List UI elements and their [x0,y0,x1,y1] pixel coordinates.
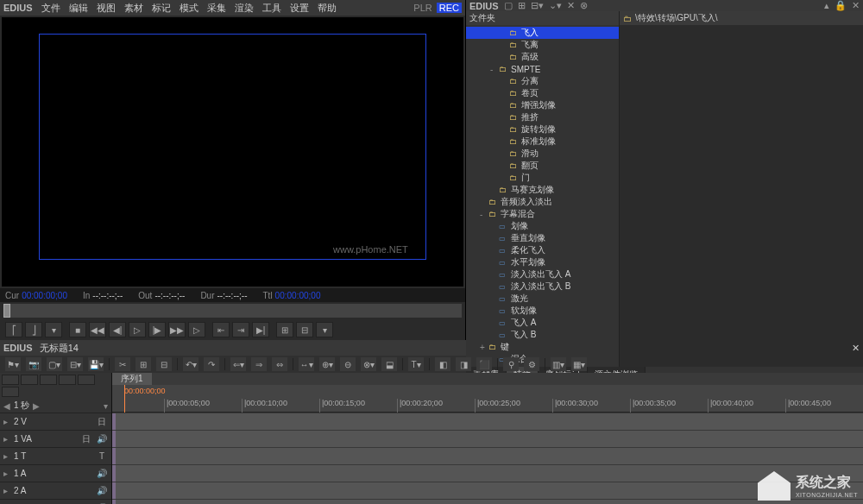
menu-标记[interactable]: 标记 [152,3,171,13]
scrub-handle[interactable] [3,304,10,318]
tree-item[interactable]: -🗀SMPTE [466,63,619,75]
menu-采集[interactable]: 采集 [207,3,226,13]
track-toggle-icon[interactable]: 🔊 [96,486,108,495]
toolbar-btn[interactable]: ↷ [204,357,219,371]
tree-item[interactable]: 🗀飞离 [466,39,619,51]
tree-icon[interactable]: ⊟▾ [531,0,544,11]
mode-rec[interactable]: REC [437,3,462,13]
toolbar-btn[interactable]: ⊖ [340,357,356,371]
toolbar-btn[interactable]: ▢▾ [47,357,62,371]
ctrl-btn[interactable] [78,375,95,385]
track-header-row[interactable]: ▸2 A🔊 [0,482,111,499]
menu-编辑[interactable]: 编辑 [69,3,88,13]
scale-right-icon[interactable]: ▶ [33,401,40,411]
menu-文件[interactable]: 文件 [41,3,60,13]
scrub-bar[interactable] [3,304,462,318]
toolbar-btn[interactable]: ▥▾ [551,357,566,371]
track-header-row[interactable]: ▸1 VA日🔊 [0,430,111,447]
toolbar-btn[interactable]: ⚲ [503,357,519,371]
overwrite-icon[interactable]: ⊟ [296,322,313,337]
toolbar-btn[interactable]: ⊞ [135,357,151,371]
tree-item[interactable]: 🗀旋转划像 [466,123,619,135]
toolbar-btn[interactable]: ◧ [435,357,450,371]
tree-item[interactable]: ▭激光 [466,293,619,305]
track-header-row[interactable]: ▸2 V日 [0,413,111,430]
expand-icon[interactable]: ▸ [3,417,10,426]
menu-设置[interactable]: 设置 [290,3,309,13]
toolbar-btn[interactable]: ⬓ [381,357,397,371]
tree-item[interactable]: 🗀增强划像 [466,99,619,111]
tree-item[interactable]: +🗀键 [466,341,619,353]
tree-item[interactable]: 🗀飞入 [466,27,619,39]
rewind-icon[interactable]: ◀◀ [89,322,106,337]
menu-模式[interactable]: 模式 [180,3,198,13]
toolbar-btn[interactable]: ⊕▾ [319,357,335,371]
tree-item[interactable]: 🗀马赛克划像 [466,184,619,196]
step-fwd-icon[interactable]: |▶ [148,322,166,337]
track-header-row[interactable]: ▸1 A🔊 [0,464,111,482]
tool-icon[interactable]: ⌄▾ [549,0,562,11]
set-in-icon[interactable]: ⎡ [5,322,22,337]
ctrl-btn[interactable] [21,375,38,385]
menu-帮助[interactable]: 帮助 [318,3,337,13]
toolbar-btn[interactable]: ⊟▾ [67,357,83,371]
menu-工具[interactable]: 工具 [262,3,281,13]
toolbar-btn[interactable]: 📷 [26,357,41,371]
more-icon[interactable]: ▾ [316,322,333,337]
tree-item[interactable]: 🗀标准划像 [466,135,619,148]
toolbar-btn[interactable]: ↶▾ [183,357,198,371]
track-toggle-icon[interactable]: T [96,451,108,461]
close-icon[interactable]: ✕ [852,0,860,11]
toolbar-btn[interactable]: ⇒ [251,357,267,371]
ffwd-icon[interactable]: ▶▶ [168,322,186,337]
tree-item[interactable]: 🗀音频淡入淡出 [466,196,619,208]
tree-item[interactable]: 🗀推挤 [466,111,619,123]
timeline-track[interactable] [112,430,863,447]
track-header-row[interactable]: ▸3 A🔊 [0,499,111,504]
timeline-track[interactable] [112,482,863,499]
insert-icon[interactable]: ⊞ [276,322,293,337]
tree-item[interactable]: ▭软划像 [466,305,619,317]
tree-item[interactable]: ▭淡入淡出飞入 A [466,268,619,280]
toolbar-btn[interactable]: ▦▾ [571,357,587,371]
menu-视图[interactable]: 视图 [97,3,116,13]
tree-item[interactable]: ▭柔化飞入 [466,244,619,256]
sequence-tab[interactable]: 序列1 [112,373,152,385]
toolbar-btn[interactable]: ✂ [115,357,130,371]
toolbar-btn[interactable]: ⇐▾ [230,357,246,371]
tree-item[interactable]: 🗀翻页 [466,160,619,172]
tree-item[interactable]: 🗀高级 [466,51,619,63]
tree-item[interactable]: 🗀卷页 [466,87,619,99]
tree-item[interactable]: ▭水平划像 [466,256,619,268]
expand-icon[interactable]: ▸ [3,451,10,461]
loop-icon[interactable]: ▷ [188,322,205,337]
view-icon[interactable]: ⊞ [518,0,526,11]
toolbar-btn[interactable]: T▾ [408,357,424,371]
timeline-track[interactable] [112,447,863,464]
ctrl-btn[interactable] [2,375,19,385]
mode-plr[interactable]: PLR [411,3,434,13]
play-icon[interactable]: ▷ [129,322,146,337]
toolbar-btn[interactable]: ⚙ [524,357,539,371]
timeline-track[interactable] [112,464,863,482]
tree-item[interactable]: 🗀门 [466,172,619,184]
new-folder-icon[interactable]: ▢ [504,0,513,11]
toolbar-btn[interactable]: 💾▾ [88,357,104,371]
toolbar-btn[interactable]: ⇔ [272,357,287,371]
step-back-icon[interactable]: ◀| [109,322,126,337]
tree-item[interactable]: 🗀分离 [466,75,619,87]
set-out-icon[interactable]: ⎦ [25,322,42,337]
tree-item[interactable]: ▭飞入 A [466,317,619,329]
option-icon[interactable]: ⊗ [580,0,588,11]
timeline-track[interactable] [112,413,863,430]
expand-icon[interactable]: ▸ [3,486,10,495]
lock-icon[interactable]: 🔒 [835,0,847,11]
timeline-tracks[interactable]: 序列1 00:00:00;00 |00:00:05;00|00:00:10;00… [112,373,863,504]
scale-menu-icon[interactable]: ▾ [104,401,108,411]
ctrl-btn[interactable] [40,375,57,385]
next-edit-icon[interactable]: ⇥ [232,322,249,337]
viewer[interactable]: www.pHome.NET [2,17,463,287]
prev-edit-icon[interactable]: ⇤ [212,322,230,337]
user-icon[interactable]: ▴ [824,0,829,11]
toolbar-btn[interactable]: ⊟ [156,357,172,371]
